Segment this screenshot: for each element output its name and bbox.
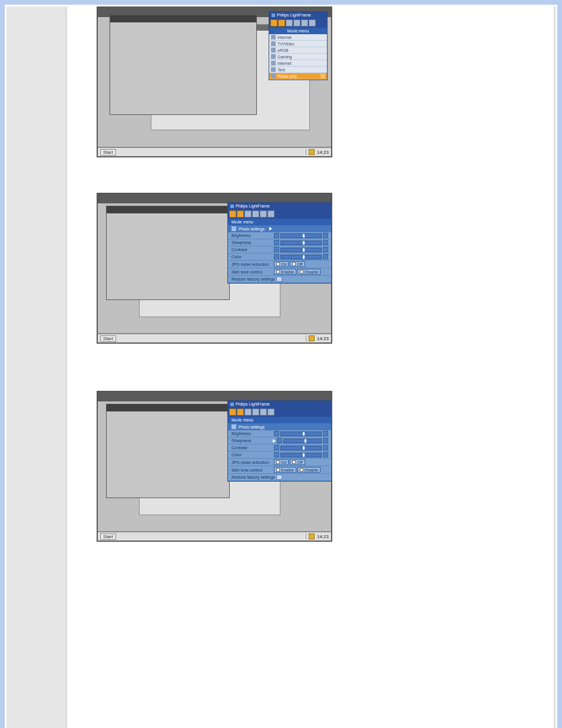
jpg-on-option[interactable]: On <box>274 261 289 267</box>
tray-icon[interactable] <box>309 335 315 341</box>
tool-btn-6[interactable] <box>267 409 275 416</box>
increase-button[interactable] <box>323 247 328 252</box>
brightness-slider[interactable] <box>280 233 322 238</box>
jpg-off-option[interactable]: Off <box>290 261 305 267</box>
tool-btn-5[interactable] <box>301 19 308 27</box>
tool-btn-5[interactable] <box>260 210 267 218</box>
tool-btn-4[interactable] <box>293 19 300 27</box>
photo-settings-header[interactable]: Photo settings <box>228 423 331 430</box>
tool-btn-3[interactable] <box>244 210 252 218</box>
mode-item-tvvideo[interactable]: TV/Video <box>269 41 327 47</box>
color-slider[interactable] <box>280 453 322 457</box>
sharpness-slider[interactable] <box>283 439 322 443</box>
window-front <box>110 15 257 115</box>
panel-titlebar[interactable]: Philips LightFrame <box>228 203 331 209</box>
increase-button[interactable] <box>323 254 328 259</box>
settings-body: Brightness Sharpness Contrast <box>228 430 331 481</box>
start-button[interactable]: Start <box>100 533 116 540</box>
increase-button[interactable] <box>323 452 328 457</box>
contrast-slider[interactable] <box>280 446 322 450</box>
screenshot-2: Philips LightFrame Mode menu <box>97 193 524 344</box>
decrease-button[interactable] <box>274 254 279 259</box>
row-restore: Restore factory settings <box>228 474 331 481</box>
decrease-button[interactable] <box>274 431 279 436</box>
system-tray: 14:23 <box>306 149 329 155</box>
tool-btn-1[interactable] <box>270 19 277 27</box>
skin-enable-option[interactable]: Enable <box>274 467 296 473</box>
row-jpg-noise: JPG noise reduction On Off <box>228 459 331 466</box>
decrease-button[interactable] <box>274 445 279 450</box>
row-restore: Restore factory settings <box>228 276 331 283</box>
tool-btn-2[interactable] <box>237 210 244 218</box>
tool-btn-2[interactable] <box>237 409 244 416</box>
lightframe-settings-panel[interactable]: Philips LightFrame Mode menu <box>227 400 331 482</box>
jpg-off-option[interactable]: Off <box>290 459 305 465</box>
tool-btn-3[interactable] <box>286 19 293 27</box>
increase-button[interactable] <box>323 233 328 238</box>
photo-settings-icon <box>232 424 236 429</box>
tray-icon[interactable] <box>309 533 315 539</box>
checkbox-on-icon <box>276 460 280 464</box>
jpg-on-option[interactable]: On <box>274 459 289 465</box>
tool-btn-5[interactable] <box>260 409 267 416</box>
system-tray: 14:23 <box>306 533 329 539</box>
app-icon <box>230 403 234 406</box>
mode-menu-header[interactable]: Mode menu <box>228 219 331 225</box>
panel-titlebar[interactable]: Philips LightFrame <box>269 12 327 18</box>
start-button[interactable]: Start <box>100 149 116 156</box>
mode-item-text[interactable]: Text <box>269 67 327 73</box>
increase-button[interactable] <box>323 438 328 443</box>
skin-enable-option[interactable]: Enable <box>274 269 296 275</box>
cursor-icon <box>269 227 272 230</box>
color-slider[interactable] <box>280 255 322 259</box>
decrease-button[interactable] <box>274 233 279 238</box>
mode-menu-header[interactable]: Mode menu <box>228 417 331 423</box>
checkbox-off-icon <box>292 460 296 464</box>
cursor-icon <box>273 439 276 443</box>
decrease-button[interactable] <box>274 240 279 245</box>
tool-btn-4[interactable] <box>252 210 259 218</box>
tool-btn-6[interactable] <box>309 19 316 27</box>
decrease-button[interactable] <box>274 247 279 252</box>
panel-toolbar <box>228 209 331 219</box>
mode-item-photo[interactable]: Photo (on) <box>269 73 327 80</box>
contrast-slider[interactable] <box>280 248 322 252</box>
decrease-button[interactable] <box>277 438 282 443</box>
tv-icon <box>271 41 276 46</box>
skin-disable-option[interactable]: Disable <box>297 269 320 275</box>
mode-item-internet2[interactable]: Internet <box>269 60 327 67</box>
tool-btn-2[interactable] <box>278 19 285 27</box>
row-sharpness: Sharpness <box>228 239 331 246</box>
start-button[interactable]: Start <box>100 335 116 342</box>
screenshot-3: Philips LightFrame Mode menu <box>97 391 524 542</box>
lightframe-panel[interactable]: Philips LightFrame Mode menu <box>269 11 328 80</box>
tool-btn-6[interactable] <box>267 210 275 218</box>
brightness-slider[interactable] <box>280 431 322 436</box>
mode-item-gaming[interactable]: Gaming <box>269 54 327 60</box>
photo-settings-header[interactable]: Photo settings <box>228 225 331 232</box>
tool-btn-1[interactable] <box>229 210 236 218</box>
srgb-icon <box>271 48 276 52</box>
tool-btn-4[interactable] <box>252 409 259 416</box>
panel-title-text: Philips LightFrame <box>236 204 270 208</box>
mode-item-srgb[interactable]: sRGB <box>269 47 327 54</box>
taskbar-2: Start 14:23 <box>98 333 331 342</box>
mode-item-internet[interactable]: Internet <box>269 34 327 41</box>
tool-btn-3[interactable] <box>244 409 252 416</box>
decrease-button[interactable] <box>274 452 279 457</box>
sharpness-slider[interactable] <box>280 241 322 245</box>
increase-button[interactable] <box>323 431 328 436</box>
taskbar-3: Start 14:23 <box>98 531 331 541</box>
mode-list: Internet TV/Video sRGB Gaming Internet T… <box>269 34 327 80</box>
panel-titlebar[interactable]: Philips LightFrame <box>228 401 331 407</box>
panel-toolbar <box>228 407 331 417</box>
skin-disable-option[interactable]: Disable <box>297 467 320 473</box>
tool-btn-1[interactable] <box>229 409 236 416</box>
restore-button[interactable] <box>276 475 282 480</box>
lightframe-settings-panel[interactable]: Philips LightFrame Mode menu <box>227 202 331 284</box>
increase-button[interactable] <box>323 240 328 245</box>
restore-button[interactable] <box>276 276 282 282</box>
increase-button[interactable] <box>323 445 328 450</box>
row-brightness: Brightness <box>228 232 331 239</box>
tray-icon[interactable] <box>309 149 315 155</box>
